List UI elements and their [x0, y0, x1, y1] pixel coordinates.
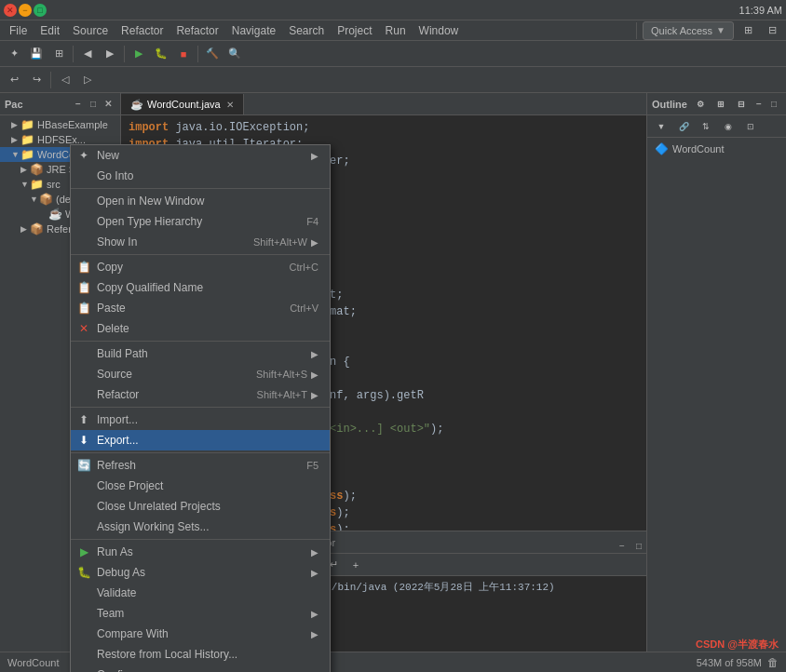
- outline-minimize[interactable]: −: [752, 97, 766, 112]
- ctx-copy[interactable]: 📋 Copy Ctrl+C: [71, 257, 330, 277]
- ctx-configure[interactable]: Configure ▶: [71, 665, 330, 672]
- close-panel-button[interactable]: ✕: [101, 97, 115, 112]
- ctx-label: Assign Working Sets...: [97, 520, 210, 533]
- stop-button[interactable]: ■: [173, 44, 194, 64]
- ctx-new[interactable]: ✦ New ▶: [71, 145, 330, 166]
- ctx-label: Refactor: [97, 388, 139, 401]
- ctx-source[interactable]: Source Shift+Alt+S ▶: [71, 364, 330, 384]
- new-button[interactable]: ✦: [4, 44, 24, 64]
- outline-btn3[interactable]: ⊟: [731, 94, 752, 114]
- nav-prev[interactable]: ◁: [55, 70, 75, 90]
- ctx-assign-working-sets[interactable]: Assign Working Sets...: [71, 517, 330, 537]
- menu-run[interactable]: Run: [380, 22, 412, 39]
- outline-item-wordcount[interactable]: 🔷 WordCount: [647, 140, 786, 158]
- ctx-team[interactable]: Team ▶: [71, 603, 330, 624]
- hide-fields-button[interactable]: ◉: [718, 116, 739, 137]
- sep2: [124, 46, 125, 62]
- tree-arrow: ▶: [11, 120, 20, 129]
- toolbar-extra2[interactable]: ⊟: [762, 20, 782, 41]
- ctx-close-unrelated[interactable]: Close Unrelated Projects: [71, 496, 330, 517]
- ctx-refresh[interactable]: 🔄 Refresh F5: [71, 455, 330, 476]
- console-maximize[interactable]: □: [631, 538, 646, 553]
- menu-navigate[interactable]: Navigate: [226, 22, 281, 39]
- menu-edit[interactable]: Edit: [34, 22, 65, 39]
- watermark: CSDN @半渡春水: [696, 638, 779, 652]
- window-controls[interactable]: ✕ − □: [4, 4, 47, 17]
- toolbar-extra1[interactable]: ⊞: [738, 20, 758, 41]
- tree-arrow: ▶: [11, 135, 20, 144]
- link-with-button[interactable]: 🔗: [673, 116, 694, 137]
- export-icon: ⬇: [76, 433, 91, 448]
- outline-tree: 🔷 WordCount: [647, 138, 786, 652]
- tab-wordcount[interactable]: ☕ WordCount.java ✕: [121, 94, 244, 114]
- tab-close-button[interactable]: ✕: [226, 100, 234, 110]
- outline-maximize[interactable]: □: [766, 97, 781, 112]
- nav-next[interactable]: ▷: [77, 70, 98, 90]
- debug-button[interactable]: 🐛: [151, 44, 171, 64]
- tree-item-hbaseexample[interactable]: ▶ 📁 HBaseExample: [0, 117, 120, 132]
- ctx-refactor[interactable]: Refactor Shift+Alt+T ▶: [71, 384, 330, 405]
- menu-source[interactable]: Source: [67, 22, 114, 39]
- sort-button[interactable]: ⇅: [696, 116, 716, 137]
- ctx-sep2: [71, 254, 330, 255]
- menu-window[interactable]: Window: [413, 22, 465, 39]
- menu-refactor1[interactable]: Refactor: [115, 22, 169, 39]
- ctx-label: Paste: [97, 302, 126, 315]
- ctx-label: Export...: [97, 434, 139, 447]
- collapse-all-button[interactable]: ▼: [651, 116, 671, 137]
- save-button[interactable]: 💾: [26, 44, 47, 64]
- outline-btn1[interactable]: ⚙: [690, 94, 711, 114]
- minimize-button[interactable]: −: [19, 4, 32, 17]
- ctx-build-path[interactable]: Build Path ▶: [71, 343, 330, 364]
- menu-refactor2[interactable]: Refactor: [170, 22, 224, 39]
- save-all-button[interactable]: ⊞: [48, 44, 69, 64]
- outline-settings[interactable]: ⊡: [740, 116, 761, 137]
- ctx-compare-with[interactable]: Compare With ▶: [71, 624, 330, 644]
- ctx-label: Run As: [97, 545, 133, 558]
- menu-search[interactable]: Search: [283, 22, 330, 39]
- folder-icon: 📁: [20, 133, 34, 146]
- tree-arrow: ▶: [20, 224, 30, 234]
- run-button[interactable]: ▶: [129, 44, 149, 64]
- undo-button[interactable]: ↩: [4, 70, 24, 90]
- folder-icon: 📁: [20, 118, 34, 131]
- quick-access-button[interactable]: Quick Access ▼: [643, 21, 734, 40]
- ctx-debug-as[interactable]: 🐛 Debug As ▶: [71, 562, 330, 583]
- memory-icon: 🗑: [767, 656, 779, 669]
- ctx-export[interactable]: ⬇ Export...: [71, 430, 330, 450]
- minimize-panel-button[interactable]: −: [71, 97, 86, 112]
- ctx-show-in[interactable]: Show In Shift+Alt+W ▶: [71, 232, 330, 252]
- ctx-paste[interactable]: 📋 Paste Ctrl+V: [71, 298, 330, 318]
- import-icon: ⬆: [76, 412, 91, 427]
- refresh-icon: 🔄: [76, 458, 91, 473]
- new-console-button[interactable]: +: [346, 555, 366, 575]
- back-button[interactable]: ◀: [77, 44, 98, 64]
- maximize-button[interactable]: □: [34, 4, 47, 17]
- redo-button[interactable]: ↪: [26, 70, 47, 90]
- ctx-delete[interactable]: ✕ Delete: [71, 318, 330, 339]
- ctx-gointo[interactable]: Go Into: [71, 166, 330, 186]
- ctx-import[interactable]: ⬆ Import...: [71, 410, 330, 430]
- console-minimize[interactable]: −: [615, 538, 630, 553]
- maximize-panel-button[interactable]: □: [86, 97, 101, 112]
- ctx-run-as[interactable]: ▶ Run As ▶: [71, 542, 330, 562]
- menu-file[interactable]: File: [4, 22, 33, 39]
- ctx-open-window[interactable]: Open in New Window: [71, 191, 330, 211]
- arrow-icon: ▶: [311, 568, 318, 578]
- build-button[interactable]: 🔨: [202, 44, 223, 64]
- close-window-button[interactable]: ✕: [4, 4, 17, 17]
- ctx-copy-qualified[interactable]: 📋 Copy Qualified Name: [71, 277, 330, 298]
- status-wordcount-label: WordCount: [7, 657, 59, 668]
- ctx-close-project[interactable]: Close Project: [71, 476, 330, 496]
- quick-access-arrow: ▼: [716, 25, 725, 35]
- ctx-validate[interactable]: Validate: [71, 583, 330, 603]
- ctx-restore[interactable]: Restore from Local History...: [71, 644, 330, 665]
- java-file-icon: ☕: [48, 208, 62, 221]
- forward-button[interactable]: ▶: [100, 44, 120, 64]
- search-button[interactable]: 🔍: [224, 44, 245, 64]
- ctx-open-type-hierarchy[interactable]: Open Type Hierarchy F4: [71, 211, 330, 232]
- menu-project[interactable]: Project: [332, 22, 377, 39]
- outline-btn2[interactable]: ⊞: [711, 94, 731, 114]
- memory-indicator[interactable]: 543M of 958M: [697, 657, 762, 668]
- ctx-label: Open Type Hierarchy: [97, 215, 202, 228]
